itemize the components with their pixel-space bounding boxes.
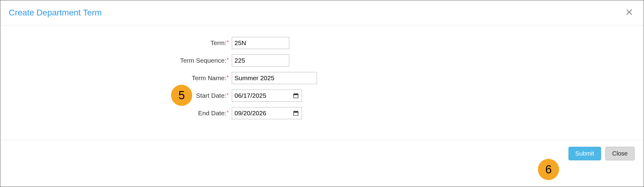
form-row-start-date: Start Date:* — [12, 90, 632, 102]
create-department-term-dialog: Create Department Term Term:* Term Seque… — [0, 0, 644, 187]
dialog-body: Term:* Term Sequence:* Term Name:* Start… — [0, 25, 644, 140]
dialog-title: Create Department Term — [9, 8, 102, 18]
dialog-header: Create Department Term — [0, 0, 644, 25]
end-date-input[interactable] — [232, 107, 302, 119]
term-name-label: Term Name:* — [12, 74, 230, 82]
start-date-label: Start Date:* — [12, 92, 230, 99]
form-row-term-name: Term Name:* — [12, 72, 632, 84]
start-date-input[interactable] — [232, 90, 302, 102]
close-icon[interactable] — [623, 7, 635, 18]
term-input[interactable] — [232, 37, 289, 49]
term-sequence-input[interactable] — [232, 54, 289, 67]
submit-button[interactable]: Submit — [568, 147, 601, 160]
close-button[interactable]: Close — [605, 147, 635, 160]
form-row-end-date: End Date:* — [12, 107, 632, 119]
term-sequence-label: Term Sequence:* — [12, 57, 230, 64]
form-row-term-sequence: Term Sequence:* — [12, 54, 632, 67]
term-label: Term:* — [12, 39, 230, 47]
term-name-input[interactable] — [232, 72, 317, 84]
form-row-term: Term:* — [12, 37, 632, 49]
dialog-footer: Submit Close — [0, 140, 644, 167]
end-date-label: End Date:* — [12, 110, 230, 117]
